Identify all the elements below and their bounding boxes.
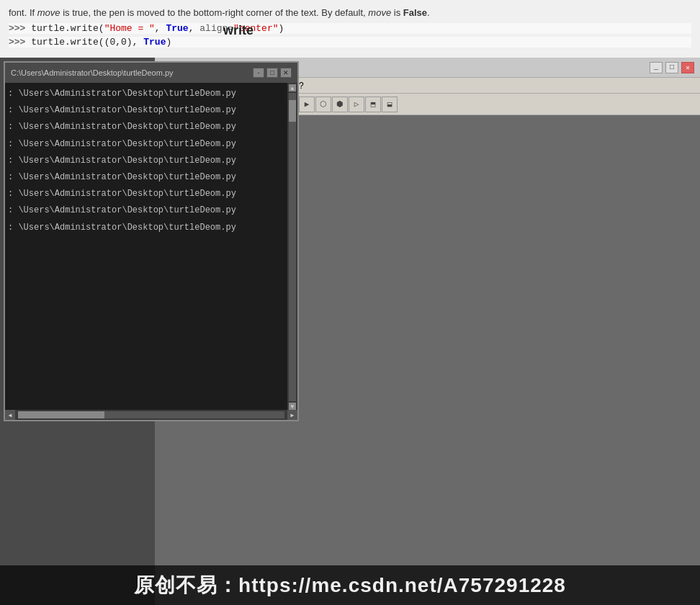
scroll-left-button[interactable]: ◀ xyxy=(5,410,15,420)
list-item: : \Users\Administrator\Desktop\turtleDeo… xyxy=(8,202,295,219)
toolbar-btn-11[interactable]: ⬢ xyxy=(332,97,348,112)
toolbar-btn-10[interactable]: ⬡ xyxy=(315,97,331,112)
cmd-titlebar: C:\Users\Administrator\Desktop\turtleDeo… xyxy=(5,63,297,83)
list-item: : \Users\Administrator\Desktop\turtleDeo… xyxy=(8,102,295,119)
cmd-close-button[interactable]: ✕ xyxy=(280,68,292,78)
list-item: : \Users\Administrator\Desktop\turtleDeo… xyxy=(8,220,295,236)
scroll-down-button[interactable]: ▼ xyxy=(289,403,296,410)
list-item: : \Users\Administrator\Desktop\turtleDeo… xyxy=(8,119,295,135)
ide-close-btn[interactable]: ✕ xyxy=(681,62,694,73)
cmd-title-text: C:\Users\Administrator\Desktop\turtleDeo… xyxy=(11,68,251,77)
scroll-up-button[interactable]: ▲ xyxy=(289,84,296,91)
scroll-track xyxy=(289,93,296,401)
code-line-1: >>> turtle.write("Home = ", True, align=… xyxy=(9,23,691,34)
cmd-minimize-button[interactable]: - xyxy=(253,68,264,78)
write-label: write xyxy=(223,23,253,38)
list-item: : \Users\Administrator\Desktop\turtleDeo… xyxy=(8,136,295,153)
horizontal-scrollbar[interactable]: ◀ ▶ xyxy=(5,410,297,420)
scroll-x-thumb[interactable] xyxy=(18,411,104,418)
list-item: : \Users\Administrator\Desktop\turtleDeo… xyxy=(8,153,295,169)
ide-min-btn[interactable]: _ xyxy=(650,62,663,73)
watermark-bar: 原创不易：https://me.csdn.net/A757291228 xyxy=(0,565,700,605)
list-item: : \Users\Administrator\Desktop\turtleDeo… xyxy=(8,169,295,186)
vertical-scrollbar[interactable]: ▲ ▼ xyxy=(287,83,297,410)
list-item: : \Users\Administrator\Desktop\turtleDeo… xyxy=(8,86,295,102)
doc-panel: font. If move is true, the pen is moved … xyxy=(0,0,700,58)
watermark-text: 原创不易：https://me.csdn.net/A757291228 xyxy=(134,572,566,599)
cmd-body: : \Users\Administrator\Desktop\turtleDeo… xyxy=(5,83,297,410)
toolbar-btn-13[interactable]: ⬒ xyxy=(365,97,381,112)
ide-max-btn[interactable]: □ xyxy=(665,62,678,73)
toolbar-btn-9[interactable]: ▶ xyxy=(299,97,315,112)
toolbar-btn-12[interactable]: ▷ xyxy=(349,97,364,112)
scroll-right-button[interactable]: ▶ xyxy=(287,410,297,420)
scroll-x-track xyxy=(18,411,284,418)
cmd-maximize-button[interactable]: □ xyxy=(266,68,278,78)
scroll-thumb[interactable] xyxy=(289,100,296,122)
cmd-window: C:\Users\Administrator\Desktop\turtleDeo… xyxy=(4,61,299,421)
doc-text: font. If move is true, the pen is moved … xyxy=(9,6,691,20)
list-item: : \Users\Administrator\Desktop\turtleDeo… xyxy=(8,186,295,202)
code-line-2: >>> turtle.write((0,0), True) xyxy=(9,37,691,48)
toolbar-btn-14[interactable]: ⬓ xyxy=(382,97,398,112)
